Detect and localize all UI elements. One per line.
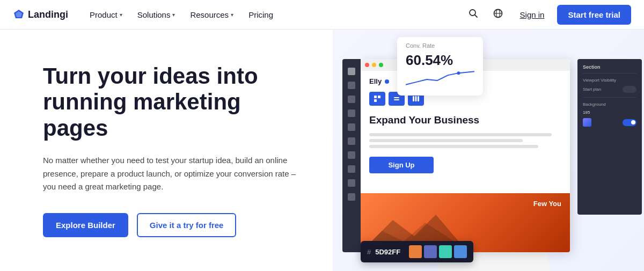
content-line (369, 133, 552, 136)
start-trial-button[interactable]: Start free trial (557, 5, 631, 25)
svg-rect-9 (378, 96, 380, 98)
svg-rect-14 (415, 96, 417, 101)
window-close-dot (365, 63, 369, 67)
properties-panel: Section Viewport Visibility Start plan B… (577, 59, 642, 215)
props-section-label: Section (583, 64, 636, 70)
chevron-down-icon: ▾ (231, 12, 233, 18)
color-palette-card: # 5D92FF (361, 241, 473, 262)
editor-tool-icon[interactable] (348, 109, 355, 117)
props-viewport-label: Viewport Visibility (583, 78, 636, 83)
palette-swatches (409, 245, 467, 258)
editor-tool-icon[interactable] (348, 82, 355, 89)
toggle-on[interactable] (623, 119, 636, 126)
search-button[interactable] (464, 6, 482, 23)
hero-section: Turn your ideas into running marketing p… (0, 30, 333, 271)
hero-subtitle: No matter whether you need to test your … (43, 154, 301, 194)
explore-builder-button[interactable]: Explore Builder (43, 213, 128, 237)
editor-tool-icon[interactable] (348, 193, 355, 201)
nav-product[interactable]: Product ▾ (83, 7, 129, 23)
svg-point-7 (457, 71, 460, 75)
conversion-rate-card: Conv. Rate 60.54% (397, 37, 483, 96)
svg-rect-13 (413, 96, 414, 101)
svg-line-3 (474, 14, 477, 17)
editor-toolbar (342, 59, 361, 252)
color-swatch[interactable] (583, 118, 591, 127)
swatch-orange[interactable] (409, 245, 422, 258)
toggle-off[interactable] (623, 86, 636, 93)
nav-resources[interactable]: Resources ▾ (184, 7, 240, 23)
nav-right: Sign in Start free trial (464, 5, 631, 25)
brand-name: Landingi (28, 9, 68, 20)
conv-chart (406, 69, 474, 88)
props-row: Start plan (583, 86, 636, 93)
svg-rect-11 (394, 97, 399, 98)
editor-tool-icon[interactable] (348, 123, 355, 131)
content-line (369, 145, 538, 148)
swatch-teal[interactable] (439, 245, 452, 258)
svg-rect-15 (418, 96, 419, 101)
hero-title: Turn your ideas into running marketing p… (43, 63, 301, 141)
globe-icon (493, 9, 503, 18)
props-number: 185 (583, 110, 590, 115)
canvas-content-lines (369, 133, 561, 148)
editor-tool-icon[interactable] (348, 68, 355, 75)
chevron-down-icon: ▾ (120, 12, 122, 18)
nav-pricing[interactable]: Pricing (242, 7, 280, 23)
main-content: Turn your ideas into running marketing p… (0, 30, 644, 271)
nav-solutions[interactable]: Solutions ▾ (131, 7, 182, 23)
props-bg-row (583, 118, 636, 127)
palette-hex-value: 5D92FF (375, 248, 400, 256)
props-divider (583, 73, 636, 74)
layout-icon (374, 95, 381, 102)
svg-rect-8 (374, 96, 377, 98)
canvas-status-dot (385, 79, 389, 84)
grid-icon (393, 95, 400, 102)
editor-tool-icon[interactable] (348, 179, 355, 187)
conv-rate-value: 60.54% (406, 52, 474, 69)
svg-rect-12 (394, 99, 399, 100)
conv-rate-label: Conv. Rate (406, 42, 474, 49)
props-divider (583, 97, 636, 98)
canvas-username: Elly (369, 77, 382, 85)
palette-hash-symbol: # (367, 248, 371, 256)
canvas-signup-button[interactable]: Sign Up (369, 157, 434, 173)
logo[interactable]: Landingi (13, 9, 68, 20)
hero-buttons: Explore Builder Give it a try for free (43, 213, 301, 237)
props-value-row: 185 (583, 110, 636, 115)
editor-tool-icon[interactable] (348, 151, 355, 159)
free-trial-button[interactable]: Give it a try for free (137, 213, 237, 237)
navigation: Landingi Product ▾ Solutions ▾ Resources… (0, 0, 644, 30)
canvas-tool-1[interactable] (369, 92, 385, 106)
language-button[interactable] (489, 6, 507, 23)
swatch-blue-dark[interactable] (424, 245, 437, 258)
window-maximize-dot (379, 63, 383, 67)
canvas-page-title: Expand Your Business (369, 114, 561, 127)
window-minimize-dot (372, 63, 376, 67)
search-icon (469, 9, 478, 18)
canvas-orange-text: Few You (533, 200, 561, 209)
props-start-plan-label: Start plan (583, 87, 601, 92)
signin-button[interactable]: Sign in (514, 7, 551, 23)
props-bg-label: Background (583, 102, 636, 107)
hero-visual: Conv. Rate 60.54% (333, 30, 644, 271)
editor-tool-icon[interactable] (348, 137, 355, 145)
swatch-blue-light[interactable] (454, 245, 467, 258)
editor-tool-icon[interactable] (348, 165, 355, 173)
svg-rect-10 (374, 99, 377, 102)
columns-icon (412, 95, 420, 102)
nav-links: Product ▾ Solutions ▾ Resources ▾ Pricin… (83, 7, 464, 23)
content-line (369, 139, 523, 142)
editor-tool-icon[interactable] (348, 96, 355, 103)
chevron-down-icon: ▾ (172, 12, 175, 18)
